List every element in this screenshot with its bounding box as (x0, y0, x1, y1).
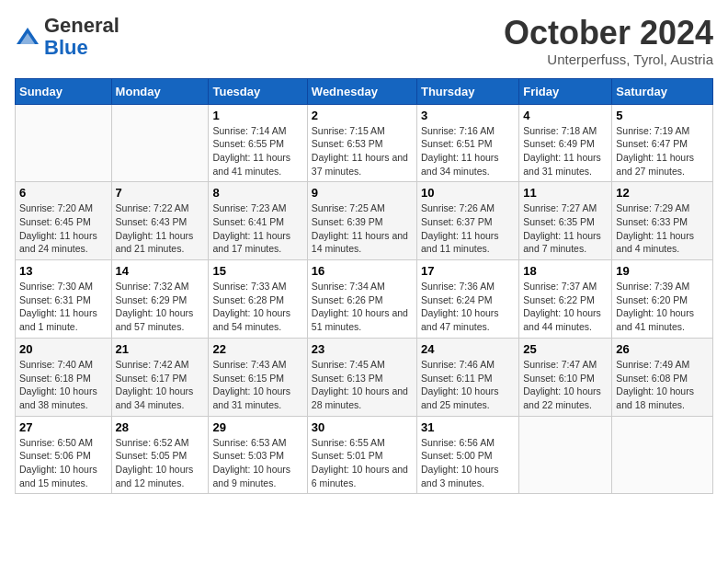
day-info: Sunrise: 7:14 AM Sunset: 6:55 PM Dayligh… (212, 124, 302, 178)
calendar-cell: 26Sunrise: 7:49 AM Sunset: 6:08 PM Dayli… (612, 338, 713, 416)
calendar-cell: 25Sunrise: 7:47 AM Sunset: 6:10 PM Dayli… (519, 338, 612, 416)
day-number: 12 (616, 186, 709, 200)
logo-icon (15, 24, 40, 50)
calendar-cell: 17Sunrise: 7:36 AM Sunset: 6:24 PM Dayli… (416, 260, 518, 339)
day-number: 15 (212, 264, 302, 278)
calendar-cell: 15Sunrise: 7:33 AM Sunset: 6:28 PM Dayli… (209, 260, 307, 339)
day-info: Sunrise: 7:20 AM Sunset: 6:45 PM Dayligh… (19, 201, 108, 256)
day-number: 31 (421, 420, 515, 434)
day-info: Sunrise: 7:29 AM Sunset: 6:33 PM Dayligh… (616, 201, 709, 256)
calendar-cell: 3Sunrise: 7:16 AM Sunset: 6:51 PM Daylig… (416, 104, 518, 182)
day-info: Sunrise: 6:55 AM Sunset: 5:01 PM Dayligh… (312, 436, 413, 490)
day-info: Sunrise: 7:18 AM Sunset: 6:49 PM Dayligh… (523, 124, 608, 178)
calendar-header: SundayMondayTuesdayWednesdayThursdayFrid… (16, 78, 713, 104)
day-info: Sunrise: 7:16 AM Sunset: 6:51 PM Dayligh… (421, 124, 515, 178)
day-number: 22 (212, 342, 302, 356)
day-number: 4 (523, 109, 608, 122)
calendar-cell (16, 104, 112, 182)
day-info: Sunrise: 7:36 AM Sunset: 6:24 PM Dayligh… (421, 280, 515, 334)
calendar-cell: 4Sunrise: 7:18 AM Sunset: 6:49 PM Daylig… (519, 104, 612, 182)
calendar-cell: 19Sunrise: 7:39 AM Sunset: 6:20 PM Dayli… (612, 260, 713, 339)
calendar-cell: 20Sunrise: 7:40 AM Sunset: 6:18 PM Dayli… (16, 338, 112, 416)
day-info: Sunrise: 7:27 AM Sunset: 6:35 PM Dayligh… (523, 201, 608, 256)
day-number: 3 (421, 109, 515, 122)
day-info: Sunrise: 7:46 AM Sunset: 6:11 PM Dayligh… (421, 358, 515, 412)
day-number: 11 (523, 186, 608, 200)
day-number: 30 (312, 420, 413, 434)
calendar-cell: 28Sunrise: 6:52 AM Sunset: 5:05 PM Dayli… (111, 416, 209, 494)
day-number: 18 (523, 264, 608, 278)
day-info: Sunrise: 7:45 AM Sunset: 6:13 PM Dayligh… (312, 358, 413, 412)
calendar-cell: 8Sunrise: 7:23 AM Sunset: 6:41 PM Daylig… (209, 182, 307, 260)
day-info: Sunrise: 7:39 AM Sunset: 6:20 PM Dayligh… (616, 280, 709, 334)
week-row-4: 20Sunrise: 7:40 AM Sunset: 6:18 PM Dayli… (16, 338, 713, 416)
calendar-cell (111, 104, 209, 182)
day-number: 6 (19, 186, 108, 200)
day-number: 14 (116, 264, 205, 278)
calendar-cell: 31Sunrise: 6:56 AM Sunset: 5:00 PM Dayli… (416, 416, 518, 494)
day-info: Sunrise: 7:33 AM Sunset: 6:28 PM Dayligh… (212, 280, 302, 334)
week-row-2: 6Sunrise: 7:20 AM Sunset: 6:45 PM Daylig… (16, 182, 713, 260)
calendar-cell: 6Sunrise: 7:20 AM Sunset: 6:45 PM Daylig… (16, 182, 112, 260)
day-info: Sunrise: 7:26 AM Sunset: 6:37 PM Dayligh… (421, 201, 515, 256)
day-header-thursday: Thursday (416, 78, 518, 104)
day-number: 9 (312, 186, 413, 200)
calendar-cell (519, 416, 612, 494)
day-info: Sunrise: 7:22 AM Sunset: 6:43 PM Dayligh… (116, 201, 205, 256)
logo-text: General Blue (44, 15, 119, 59)
calendar-cell: 5Sunrise: 7:19 AM Sunset: 6:47 PM Daylig… (612, 104, 713, 182)
calendar-cell: 16Sunrise: 7:34 AM Sunset: 6:26 PM Dayli… (307, 260, 416, 339)
day-info: Sunrise: 7:32 AM Sunset: 6:29 PM Dayligh… (116, 280, 205, 334)
week-row-1: 1Sunrise: 7:14 AM Sunset: 6:55 PM Daylig… (16, 104, 713, 182)
day-info: Sunrise: 7:49 AM Sunset: 6:08 PM Dayligh… (616, 358, 709, 412)
day-info: Sunrise: 7:40 AM Sunset: 6:18 PM Dayligh… (19, 358, 108, 412)
day-header-friday: Friday (519, 78, 612, 104)
calendar-cell: 29Sunrise: 6:53 AM Sunset: 5:03 PM Dayli… (209, 416, 307, 494)
day-info: Sunrise: 6:52 AM Sunset: 5:05 PM Dayligh… (116, 436, 205, 490)
day-info: Sunrise: 7:42 AM Sunset: 6:17 PM Dayligh… (116, 358, 205, 412)
day-number: 20 (19, 342, 108, 356)
calendar-cell: 7Sunrise: 7:22 AM Sunset: 6:43 PM Daylig… (111, 182, 209, 260)
day-number: 8 (212, 186, 302, 200)
title-block: October 2024 Unterperfuss, Tyrol, Austri… (504, 15, 713, 67)
calendar-cell: 14Sunrise: 7:32 AM Sunset: 6:29 PM Dayli… (111, 260, 209, 339)
day-number: 25 (523, 342, 608, 356)
calendar-cell: 23Sunrise: 7:45 AM Sunset: 6:13 PM Dayli… (307, 338, 416, 416)
calendar-cell: 11Sunrise: 7:27 AM Sunset: 6:35 PM Dayli… (519, 182, 612, 260)
calendar-body: 1Sunrise: 7:14 AM Sunset: 6:55 PM Daylig… (16, 104, 713, 494)
day-header-tuesday: Tuesday (209, 78, 307, 104)
calendar-cell: 9Sunrise: 7:25 AM Sunset: 6:39 PM Daylig… (307, 182, 416, 260)
day-number: 16 (312, 264, 413, 278)
logo: General Blue (15, 15, 119, 59)
calendar-cell: 27Sunrise: 6:50 AM Sunset: 5:06 PM Dayli… (16, 416, 112, 494)
day-number: 1 (212, 109, 302, 122)
calendar-cell: 22Sunrise: 7:43 AM Sunset: 6:15 PM Dayli… (209, 338, 307, 416)
day-number: 29 (212, 420, 302, 434)
day-number: 21 (116, 342, 205, 356)
page-header: General Blue October 2024 Unterperfuss, … (15, 15, 713, 67)
week-row-5: 27Sunrise: 6:50 AM Sunset: 5:06 PM Dayli… (16, 416, 713, 494)
day-header-sunday: Sunday (16, 78, 112, 104)
day-info: Sunrise: 7:30 AM Sunset: 6:31 PM Dayligh… (19, 280, 108, 334)
day-info: Sunrise: 6:56 AM Sunset: 5:00 PM Dayligh… (421, 436, 515, 490)
day-number: 28 (116, 420, 205, 434)
month-title: October 2024 (504, 15, 713, 52)
calendar-cell: 18Sunrise: 7:37 AM Sunset: 6:22 PM Dayli… (519, 260, 612, 339)
day-info: Sunrise: 7:37 AM Sunset: 6:22 PM Dayligh… (523, 280, 608, 334)
day-number: 26 (616, 342, 709, 356)
day-info: Sunrise: 7:19 AM Sunset: 6:47 PM Dayligh… (616, 124, 709, 178)
day-info: Sunrise: 7:43 AM Sunset: 6:15 PM Dayligh… (212, 358, 302, 412)
day-number: 24 (421, 342, 515, 356)
day-header-saturday: Saturday (612, 78, 713, 104)
day-number: 27 (19, 420, 108, 434)
calendar-cell: 21Sunrise: 7:42 AM Sunset: 6:17 PM Dayli… (111, 338, 209, 416)
day-info: Sunrise: 7:34 AM Sunset: 6:26 PM Dayligh… (312, 280, 413, 334)
day-info: Sunrise: 7:23 AM Sunset: 6:41 PM Dayligh… (212, 201, 302, 256)
day-number: 7 (116, 186, 205, 200)
day-number: 19 (616, 264, 709, 278)
calendar-cell: 2Sunrise: 7:15 AM Sunset: 6:53 PM Daylig… (307, 104, 416, 182)
day-info: Sunrise: 7:15 AM Sunset: 6:53 PM Dayligh… (312, 124, 413, 178)
day-number: 5 (616, 109, 709, 122)
calendar-table: SundayMondayTuesdayWednesdayThursdayFrid… (15, 78, 713, 495)
day-number: 23 (312, 342, 413, 356)
